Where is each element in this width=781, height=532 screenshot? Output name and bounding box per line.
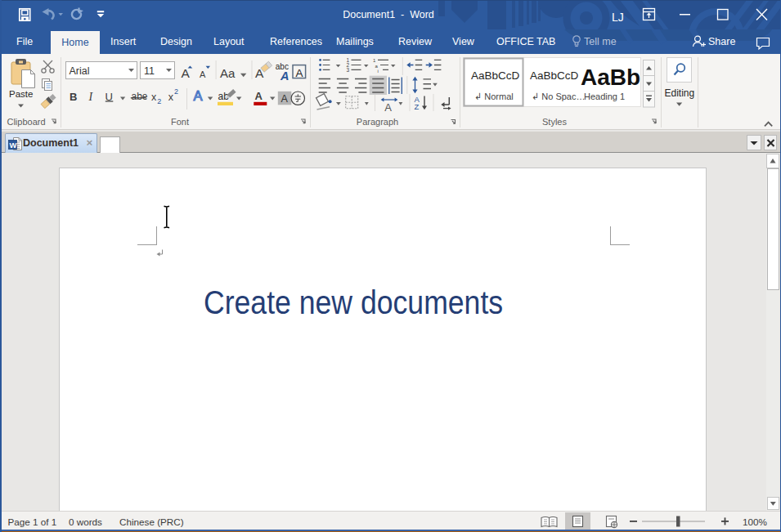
svg-text:A: A xyxy=(281,93,289,105)
svg-text:x: x xyxy=(168,92,174,103)
svg-text:AaBb: AaBb xyxy=(581,65,640,90)
svg-text:A: A xyxy=(200,69,206,79)
svg-text:x: x xyxy=(151,92,157,103)
svg-text:A: A xyxy=(255,90,263,102)
svg-text:2: 2 xyxy=(157,97,161,105)
svg-text:i: i xyxy=(378,69,379,74)
svg-text:↲ Normal: ↲ Normal xyxy=(474,92,514,101)
svg-text:Paste: Paste xyxy=(9,89,33,99)
svg-text:Arial: Arial xyxy=(70,65,90,77)
svg-text:AaBbCcD: AaBbCcD xyxy=(530,69,579,82)
svg-text:Aa: Aa xyxy=(220,66,236,80)
svg-text:Z: Z xyxy=(415,102,420,111)
svg-text:B: B xyxy=(70,91,77,103)
svg-text:Heading 1: Heading 1 xyxy=(584,92,625,101)
svg-text:abe: abe xyxy=(132,91,148,102)
svg-text:Editing: Editing xyxy=(665,87,695,99)
svg-text:A: A xyxy=(384,101,392,114)
svg-text:11: 11 xyxy=(144,65,155,77)
svg-text:3: 3 xyxy=(347,67,350,73)
svg-text:↲ No Spac…: ↲ No Spac… xyxy=(532,92,585,101)
svg-text:A: A xyxy=(296,67,303,79)
svg-text:AaBbCcD: AaBbCcD xyxy=(471,69,520,82)
svg-text:1: 1 xyxy=(373,58,376,63)
svg-text:A: A xyxy=(280,69,289,83)
svg-text:I: I xyxy=(88,91,93,103)
svg-text:LJ: LJ xyxy=(612,11,624,24)
svg-text:A: A xyxy=(194,88,203,103)
svg-text:2: 2 xyxy=(174,87,178,96)
svg-text:W: W xyxy=(10,141,17,150)
